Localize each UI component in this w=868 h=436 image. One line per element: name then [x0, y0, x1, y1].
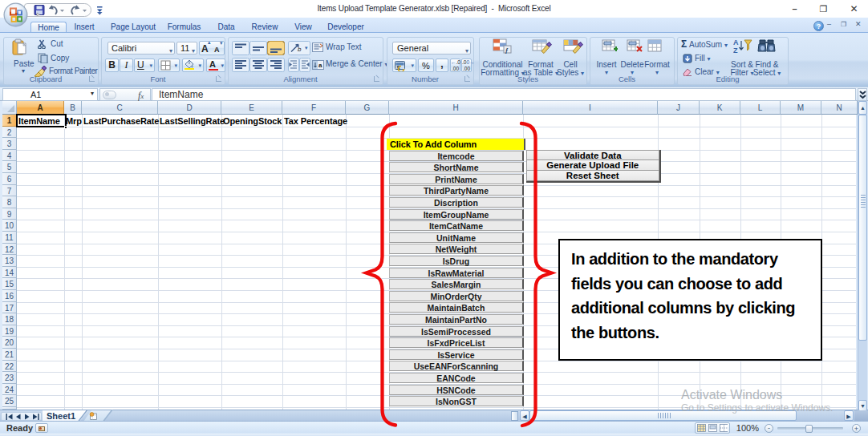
svg-text:A: A: [733, 38, 739, 46]
svg-text:ƒ: ƒ: [505, 46, 509, 54]
svg-text:b: b: [298, 46, 302, 53]
svg-text:a: a: [318, 62, 322, 69]
svg-text:Z: Z: [733, 46, 738, 54]
svg-text:▾: ▾: [305, 45, 308, 50]
